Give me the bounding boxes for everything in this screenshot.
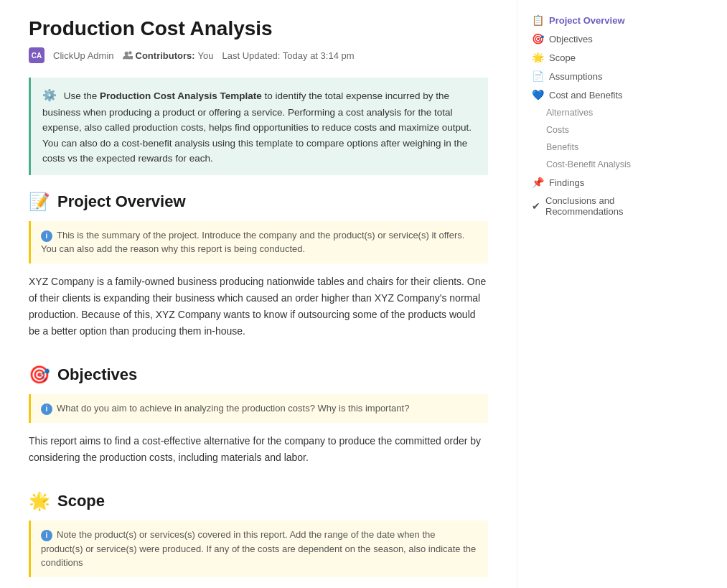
sidebar-icon-objectives: 🎯 xyxy=(532,33,544,45)
sidebar-icon-project-overview: 📋 xyxy=(532,14,544,26)
callout-icon-project-overview: i xyxy=(41,230,52,242)
callout-text-project-overview: This is the summary of the project. Intr… xyxy=(41,230,464,255)
sidebar-item-cost-benefit-analysis[interactable]: Cost-Benefit Analysis xyxy=(526,157,666,172)
section-project-overview: 📝 Project Overview iThis is the summary … xyxy=(29,192,488,340)
callout-objectives: iWhat do you aim to achieve in analyzing… xyxy=(29,394,488,423)
section-icon-objectives: 🎯 xyxy=(29,366,50,383)
intro-box: ⚙️ Use the Production Cost Analysis Temp… xyxy=(29,78,488,175)
sidebar-item-scope[interactable]: 🌟 Scope xyxy=(526,49,666,66)
sidebar-label-benefits: Benefits xyxy=(546,142,578,152)
page-title: Production Cost Analysis xyxy=(29,17,488,40)
sidebar-label-cost-benefit-analysis: Cost-Benefit Analysis xyxy=(546,159,631,169)
last-updated: Last Updated: Today at 3:14 pm xyxy=(222,50,355,61)
sidebar-icon-findings: 📌 xyxy=(532,177,544,188)
svg-point-0 xyxy=(124,52,128,55)
sidebar-item-assumptions[interactable]: 📄 Assumptions xyxy=(526,67,666,85)
sidebar-label-cost-and-benefits: Cost and Benefits xyxy=(549,90,623,101)
meta-bar: CA ClickUp Admin Contributors: You Last … xyxy=(29,47,488,63)
sidebar-item-conclusions[interactable]: ✔ Conclusions and Recommendations xyxy=(526,192,666,220)
callout-text-objectives: What do you aim to achieve in analyzing … xyxy=(57,403,409,414)
sidebar-icon-cost-and-benefits: 💙 xyxy=(532,89,544,101)
author-avatar: CA xyxy=(29,47,44,63)
body-text-project-overview: XYZ Company is a family-owned business p… xyxy=(29,274,488,340)
section-title-scope: Scope xyxy=(57,492,105,510)
section-icon-project-overview: 📝 xyxy=(29,193,50,210)
section-title-objectives: Objectives xyxy=(57,365,137,384)
info-box-icon: ⚙️ xyxy=(42,86,57,105)
svg-point-1 xyxy=(128,51,131,54)
sidebar-item-costs[interactable]: Costs xyxy=(526,122,666,138)
section-icon-scope: 🌟 xyxy=(29,493,50,510)
section-objectives: 🎯 Objectives iWhat do you aim to achieve… xyxy=(29,365,488,466)
sidebar-item-alternatives[interactable]: Alternatives xyxy=(526,105,666,121)
intro-text-before: Use the xyxy=(64,90,100,101)
intro-bold-text: Production Cost Analysis Template xyxy=(100,90,262,101)
contributors: Contributors: You xyxy=(123,50,214,61)
sidebar-icon-conclusions: ✔ xyxy=(532,200,540,212)
sidebar-icon-scope: 🌟 xyxy=(532,52,544,63)
contributors-label: Contributors: xyxy=(136,50,195,61)
callout-scope: iNote the product(s) or services(s) cove… xyxy=(29,521,488,577)
section-heading-project-overview: 📝 Project Overview xyxy=(29,192,488,211)
callout-text-scope: Note the product(s) or services(s) cover… xyxy=(41,529,476,568)
sidebar: 📋 Project Overview 🎯 Objectives 🌟 Scope … xyxy=(517,0,675,588)
body-text-objectives: This report aims to find a cost-effectiv… xyxy=(29,433,488,466)
sidebar-label-conclusions: Conclusions and Recommendations xyxy=(545,195,660,217)
section-heading-scope: 🌟 Scope xyxy=(29,492,488,510)
sidebar-label-scope: Scope xyxy=(549,52,576,63)
section-scope: 🌟 Scope iNote the product(s) or services… xyxy=(29,492,488,588)
sidebar-label-alternatives: Alternatives xyxy=(546,108,593,118)
sidebar-label-costs: Costs xyxy=(546,125,569,135)
section-heading-objectives: 🎯 Objectives xyxy=(29,365,488,384)
sidebar-icon-assumptions: 📄 xyxy=(532,70,544,82)
callout-icon-scope: i xyxy=(41,530,52,541)
sidebar-label-project-overview: Project Overview xyxy=(549,15,625,26)
sidebar-item-cost-and-benefits[interactable]: 💙 Cost and Benefits xyxy=(526,86,666,103)
intro-text-after: to identify the total expense incurred b… xyxy=(42,90,472,164)
sidebar-item-objectives[interactable]: 🎯 Objectives xyxy=(526,30,666,47)
callout-icon-objectives: i xyxy=(41,403,52,415)
sidebar-item-benefits[interactable]: Benefits xyxy=(526,139,666,155)
contributors-value: You xyxy=(198,50,214,61)
author-name: ClickUp Admin xyxy=(53,50,114,61)
sidebar-label-assumptions: Assumptions xyxy=(549,71,602,82)
main-content: Production Cost Analysis CA ClickUp Admi… xyxy=(0,0,517,588)
contributors-icon xyxy=(123,50,133,60)
section-title-project-overview: Project Overview xyxy=(57,192,186,211)
sidebar-label-objectives: Objectives xyxy=(549,34,593,45)
sidebar-label-findings: Findings xyxy=(549,177,584,188)
sidebar-item-findings[interactable]: 📌 Findings xyxy=(526,174,666,191)
sidebar-item-project-overview[interactable]: 📋 Project Overview xyxy=(526,11,666,29)
callout-project-overview: iThis is the summary of the project. Int… xyxy=(29,221,488,263)
